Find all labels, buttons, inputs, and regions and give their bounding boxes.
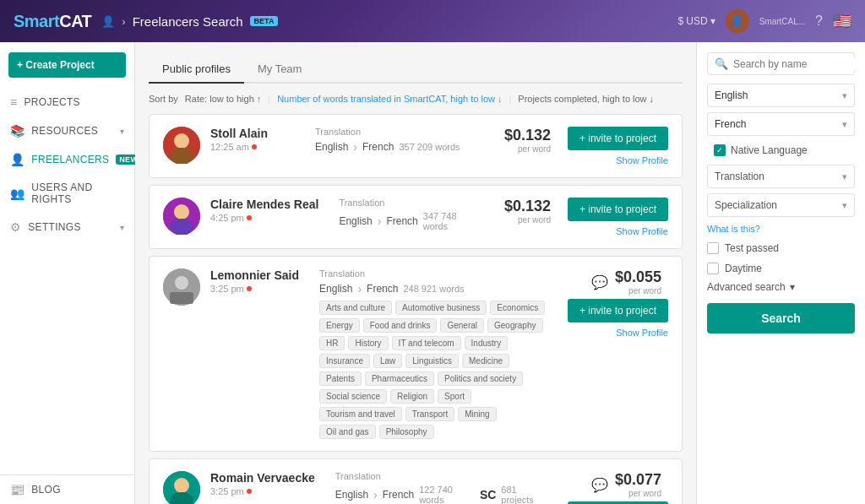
search-icon: 🔍 bbox=[715, 57, 728, 70]
native-language-row: ✓ Native Language bbox=[707, 141, 855, 160]
lang-to-dropdown[interactable]: French ▾ bbox=[707, 112, 855, 136]
freelancer-time: 4:25 pm bbox=[210, 213, 318, 223]
sidebar-item-settings[interactable]: ⚙ SETTINGS ▾ bbox=[0, 213, 134, 241]
svg-point-7 bbox=[175, 276, 188, 290]
svg-point-4 bbox=[174, 204, 189, 219]
breadcrumb-icon: 👤 bbox=[101, 15, 115, 28]
sort-rate[interactable]: Rate: low to high ↑ bbox=[185, 94, 261, 104]
header-right: $ USD ▾ 👤 SmartCAL... ? 🇺🇸 bbox=[678, 9, 851, 33]
lang-arrow: › bbox=[353, 140, 357, 154]
sidebar-item-blog[interactable]: 📰 BLOG bbox=[0, 475, 134, 504]
sort-label: Sort by bbox=[149, 94, 178, 104]
service-type-dropdown[interactable]: Translation ▾ bbox=[707, 165, 855, 188]
service-type: Translation bbox=[335, 471, 547, 481]
test-passed-row: Test passed bbox=[707, 241, 855, 256]
svg-point-10 bbox=[174, 478, 189, 493]
native-language-checkbox[interactable]: ✓ bbox=[714, 144, 726, 156]
freelancer-avatar bbox=[163, 471, 200, 504]
sort-rate-arrow: ↑ bbox=[257, 94, 262, 104]
page-title: Freelancers Search bbox=[133, 14, 243, 29]
what-is-this-link[interactable]: What is this? bbox=[707, 224, 855, 234]
lang-pair: English › French 357 209 words bbox=[315, 140, 484, 154]
sidebar-item-freelancers[interactable]: 👤 FREELANCERS NEW bbox=[0, 145, 134, 174]
lang-from-dropdown[interactable]: English ▾ bbox=[707, 84, 855, 107]
lang-pair: English › French 122 740 words SC 681 pr… bbox=[335, 485, 547, 504]
word-count: 122 740 words bbox=[419, 485, 475, 504]
sort-words-arrow: ↓ bbox=[498, 94, 503, 104]
dropdown-arrow: ▾ bbox=[842, 171, 847, 182]
freelancer-name: Romain Vervaecke bbox=[210, 471, 315, 485]
chat-icon[interactable]: 💬 bbox=[591, 477, 608, 493]
show-profile-link[interactable]: Show Profile bbox=[616, 328, 668, 338]
invite-button[interactable]: + invite to project bbox=[568, 299, 668, 322]
users-icon: 👥 bbox=[10, 187, 24, 200]
sort-projects[interactable]: Projects completed, high to low ↓ bbox=[518, 94, 654, 104]
specialization-dropdown[interactable]: Specialization ▾ bbox=[707, 193, 855, 217]
tag: Arts and culture bbox=[319, 301, 392, 315]
freelancer-time: 12:25 am bbox=[210, 142, 295, 152]
sidebar-item-resources[interactable]: 📚 RESOURCES ▾ bbox=[0, 117, 134, 145]
currency-selector[interactable]: $ USD ▾ bbox=[678, 15, 715, 27]
avatar[interactable]: 👤 bbox=[726, 9, 749, 33]
word-count: 347 748 words bbox=[423, 211, 484, 231]
word-count: 248 921 words bbox=[403, 284, 464, 294]
help-icon[interactable]: ? bbox=[815, 14, 823, 29]
freelancer-card: Romain Vervaecke 3:25 pm Translation Eng… bbox=[149, 458, 683, 504]
main-content: Public profiles My Team Sort by Rate: lo… bbox=[135, 42, 865, 504]
tab-my-team[interactable]: My Team bbox=[244, 56, 316, 84]
dropdown-arrow: ▾ bbox=[842, 200, 847, 211]
tag: Food and drinks bbox=[363, 318, 438, 333]
sidebar-item-projects[interactable]: ≡ PROJECTS bbox=[0, 88, 134, 117]
sort-projects-arrow: ↓ bbox=[650, 94, 655, 104]
sort-words[interactable]: Number of words translated in SmartCAT, … bbox=[277, 94, 502, 104]
search-button[interactable]: Search bbox=[707, 303, 855, 333]
sidebar-item-users[interactable]: 👥 USERS AND RIGHTS bbox=[0, 174, 134, 213]
card-price: $0.132 per word bbox=[504, 127, 551, 154]
tab-public-profiles[interactable]: Public profiles bbox=[149, 56, 244, 84]
lang-pair: English › French 248 921 words bbox=[319, 282, 547, 295]
logo: SmartCAT bbox=[14, 12, 91, 31]
daytime-row: Daytime bbox=[707, 261, 855, 276]
tag: Law bbox=[373, 354, 402, 368]
test-passed-checkbox[interactable] bbox=[707, 242, 719, 254]
card-price: $0.132 per word bbox=[504, 198, 551, 225]
service-type-value: Translation bbox=[715, 171, 764, 182]
card-middle: Translation English › French 357 209 wor… bbox=[305, 127, 494, 159]
tag: Sport bbox=[438, 389, 471, 404]
price-value: $0.055 bbox=[615, 268, 661, 286]
sidebar-label-users: USERS AND RIGHTS bbox=[31, 182, 124, 205]
lang-arrow: › bbox=[373, 488, 378, 501]
invite-button[interactable]: + invite to project bbox=[568, 198, 668, 221]
show-profile-link[interactable]: Show Profile bbox=[616, 155, 668, 165]
chat-icon[interactable]: 💬 bbox=[591, 274, 608, 290]
tag: Industry bbox=[465, 336, 509, 350]
lang-to-value: French bbox=[715, 118, 746, 130]
daytime-checkbox[interactable] bbox=[707, 263, 719, 274]
flag-icon[interactable]: 🇺🇸 bbox=[833, 12, 851, 30]
tag: Geography bbox=[487, 318, 542, 333]
invite-button[interactable]: + invite to project bbox=[568, 127, 668, 150]
card-middle: Translation English › French 122 740 wor… bbox=[325, 471, 558, 504]
advanced-search-label: Advanced search bbox=[707, 281, 786, 293]
tag: History bbox=[348, 336, 388, 350]
create-project-button[interactable]: + Create Project bbox=[8, 52, 126, 78]
search-name-input[interactable] bbox=[733, 58, 860, 70]
freelancer-avatar-area bbox=[163, 471, 200, 504]
card-middle: Translation English › French 347 748 wor… bbox=[329, 198, 493, 236]
test-passed-label: Test passed bbox=[725, 242, 779, 254]
tag: Tourism and travel bbox=[319, 407, 402, 421]
card-price: $0.055 per word bbox=[615, 268, 661, 295]
freelancer-avatar-area bbox=[163, 127, 200, 164]
sidebar: + Create Project ≡ PROJECTS 📚 RESOURCES … bbox=[0, 42, 135, 504]
blog-icon: 📰 bbox=[10, 483, 24, 496]
show-profile-link[interactable]: Show Profile bbox=[616, 226, 668, 236]
freelancer-time: 3:25 pm bbox=[210, 284, 299, 294]
sc-badge: SC bbox=[480, 488, 496, 501]
tag: Economics bbox=[490, 301, 545, 315]
online-indicator bbox=[247, 215, 252, 220]
freelancer-time: 3:25 pm bbox=[210, 486, 315, 496]
freelancer-avatar-area bbox=[163, 198, 200, 235]
freelancer-card: Claire Mendes Real 4:25 pm Translation E… bbox=[149, 185, 683, 249]
tag: Linguistics bbox=[405, 354, 459, 368]
advanced-search-toggle[interactable]: Advanced search ▾ bbox=[707, 281, 855, 293]
